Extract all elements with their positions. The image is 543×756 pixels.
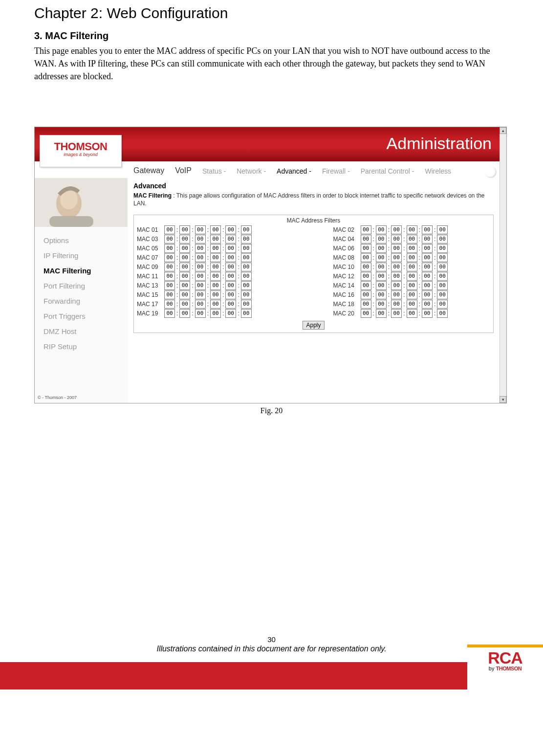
mac-octet[interactable]: [361, 225, 371, 234]
mac-octet[interactable]: [241, 253, 252, 262]
mac-octet[interactable]: [422, 300, 433, 309]
mac-octet[interactable]: [241, 244, 252, 253]
mac-octet[interactable]: [241, 290, 252, 299]
mac-octet[interactable]: [437, 300, 448, 309]
mac-octet[interactable]: [210, 235, 221, 244]
mac-octet[interactable]: [241, 263, 252, 271]
mac-octet[interactable]: [361, 263, 371, 271]
mac-octet[interactable]: [195, 272, 206, 281]
mac-octet[interactable]: [407, 225, 417, 234]
mac-octet[interactable]: [407, 263, 417, 271]
mac-octet[interactable]: [195, 309, 206, 318]
mac-octet[interactable]: [437, 253, 448, 262]
mac-octet[interactable]: [407, 309, 417, 318]
mac-octet[interactable]: [241, 281, 252, 290]
sidebar-item-options[interactable]: Options: [43, 233, 128, 248]
mac-octet[interactable]: [376, 235, 387, 244]
sidebar-item-mac-filtering[interactable]: MAC Filtering: [43, 263, 128, 278]
mac-octet[interactable]: [195, 290, 206, 299]
mac-octet[interactable]: [361, 244, 371, 253]
mac-octet[interactable]: [210, 244, 221, 253]
mac-octet[interactable]: [376, 225, 387, 234]
mac-octet[interactable]: [437, 309, 448, 318]
mac-octet[interactable]: [195, 281, 206, 290]
nav-tab-network[interactable]: Network -: [235, 164, 268, 178]
mac-octet[interactable]: [164, 272, 175, 281]
mac-octet[interactable]: [422, 290, 433, 299]
mac-octet[interactable]: [437, 272, 448, 281]
mac-octet[interactable]: [225, 290, 236, 299]
mac-octet[interactable]: [195, 244, 206, 253]
mac-octet[interactable]: [376, 309, 387, 318]
mac-octet[interactable]: [164, 253, 175, 262]
mac-octet[interactable]: [361, 235, 371, 244]
app-tab-voip[interactable]: VoIP: [173, 163, 194, 178]
apply-button[interactable]: Apply: [303, 321, 324, 330]
nav-tab-status[interactable]: Status -: [200, 164, 228, 178]
mac-octet[interactable]: [225, 309, 236, 318]
mac-octet[interactable]: [422, 235, 433, 244]
mac-octet[interactable]: [179, 263, 190, 271]
mac-octet[interactable]: [210, 253, 221, 262]
mac-octet[interactable]: [179, 290, 190, 299]
mac-octet[interactable]: [225, 235, 236, 244]
sidebar-item-port-filtering[interactable]: Port Filtering: [43, 278, 128, 293]
nav-tab-firewall[interactable]: Firewall -: [320, 164, 352, 178]
mac-octet[interactable]: [164, 263, 175, 271]
mac-octet[interactable]: [179, 281, 190, 290]
mac-octet[interactable]: [210, 225, 221, 234]
mac-octet[interactable]: [361, 309, 371, 318]
mac-octet[interactable]: [241, 235, 252, 244]
mac-octet[interactable]: [179, 300, 190, 309]
mac-octet[interactable]: [391, 290, 402, 299]
nav-tab-wireless[interactable]: Wireless: [423, 164, 453, 178]
mac-octet[interactable]: [179, 235, 190, 244]
mac-octet[interactable]: [391, 235, 402, 244]
sidebar-item-port-triggers[interactable]: Port Triggers: [43, 309, 128, 324]
sidebar-item-ip-filtering[interactable]: IP Filtering: [43, 248, 128, 263]
mac-octet[interactable]: [179, 309, 190, 318]
mac-octet[interactable]: [422, 253, 433, 262]
mac-octet[interactable]: [241, 272, 252, 281]
scrollbar-track[interactable]: [500, 134, 506, 396]
mac-octet[interactable]: [164, 300, 175, 309]
mac-octet[interactable]: [437, 281, 448, 290]
app-tab-gateway[interactable]: Gateway: [131, 163, 166, 178]
mac-octet[interactable]: [361, 272, 371, 281]
mac-octet[interactable]: [437, 263, 448, 271]
mac-octet[interactable]: [391, 263, 402, 271]
mac-octet[interactable]: [437, 225, 448, 234]
mac-octet[interactable]: [195, 263, 206, 271]
mac-octet[interactable]: [376, 272, 387, 281]
mac-octet[interactable]: [422, 272, 433, 281]
mac-octet[interactable]: [179, 253, 190, 262]
mac-octet[interactable]: [422, 309, 433, 318]
mac-octet[interactable]: [225, 253, 236, 262]
mac-octet[interactable]: [164, 290, 175, 299]
mac-octet[interactable]: [210, 290, 221, 299]
mac-octet[interactable]: [437, 235, 448, 244]
mac-octet[interactable]: [195, 253, 206, 262]
mac-octet[interactable]: [391, 309, 402, 318]
mac-octet[interactable]: [422, 263, 433, 271]
mac-octet[interactable]: [225, 272, 236, 281]
mac-octet[interactable]: [437, 290, 448, 299]
scroll-down-icon[interactable]: ▾: [500, 396, 506, 403]
mac-octet[interactable]: [210, 263, 221, 271]
mac-octet[interactable]: [225, 244, 236, 253]
mac-octet[interactable]: [164, 225, 175, 234]
mac-octet[interactable]: [391, 300, 402, 309]
mac-octet[interactable]: [164, 244, 175, 253]
mac-octet[interactable]: [179, 244, 190, 253]
mac-octet[interactable]: [422, 244, 433, 253]
mac-octet[interactable]: [376, 290, 387, 299]
mac-octet[interactable]: [225, 263, 236, 271]
mac-octet[interactable]: [437, 244, 448, 253]
mac-octet[interactable]: [391, 244, 402, 253]
mac-octet[interactable]: [376, 281, 387, 290]
mac-octet[interactable]: [361, 290, 371, 299]
mac-octet[interactable]: [376, 300, 387, 309]
mac-octet[interactable]: [407, 300, 417, 309]
mac-octet[interactable]: [225, 281, 236, 290]
mac-octet[interactable]: [225, 225, 236, 234]
